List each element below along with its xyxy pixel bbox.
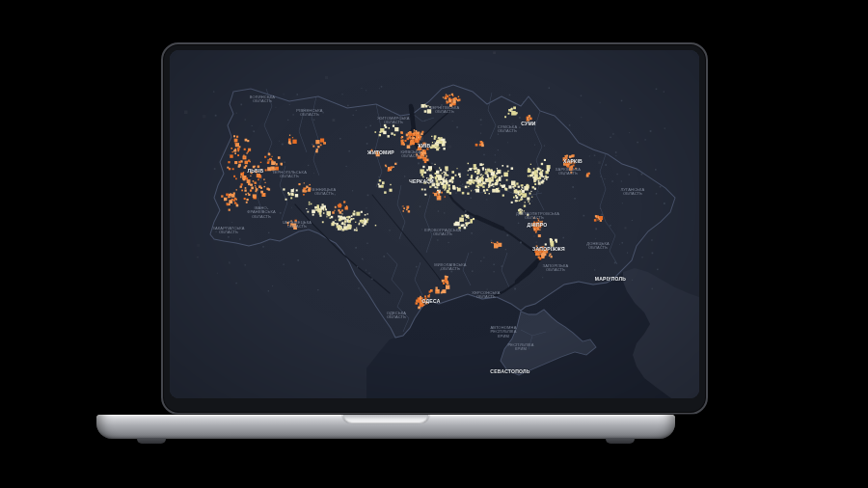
laptop-foot-left bbox=[137, 438, 166, 444]
stage: ВОЛИНСЬКА ОБЛАСТЬРІВНЕНСЬКА ОБЛАСТЬЖИТОМ… bbox=[0, 0, 868, 488]
ukraine-outage-map[interactable] bbox=[170, 50, 699, 398]
laptop-base bbox=[96, 415, 675, 439]
base-thumb-notch bbox=[343, 415, 428, 423]
laptop-foot-right bbox=[606, 438, 635, 444]
laptop-screen: ВОЛИНСЬКА ОБЛАСТЬРІВНЕНСЬКА ОБЛАСТЬЖИТОМ… bbox=[170, 50, 699, 398]
laptop-lid: ВОЛИНСЬКА ОБЛАСТЬРІВНЕНСЬКА ОБЛАСТЬЖИТОМ… bbox=[161, 42, 708, 415]
